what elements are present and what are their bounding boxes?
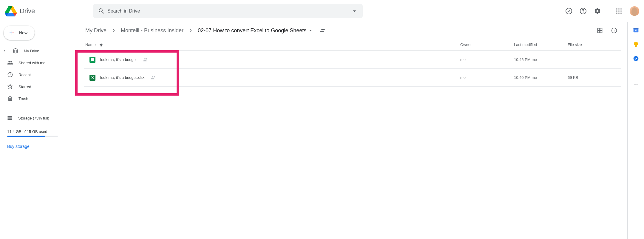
table-row[interactable]: look ma, it's a budget me 10:46 PM me — bbox=[84, 51, 621, 69]
sidebar-item-my-drive[interactable]: My Drive bbox=[0, 45, 78, 57]
storage-used-text: 11.4 GB of 15 GB used bbox=[7, 129, 71, 134]
svg-rect-15 bbox=[8, 119, 12, 120]
new-button-label: New bbox=[19, 30, 27, 35]
search-bar[interactable] bbox=[93, 4, 363, 18]
svg-point-3 bbox=[616, 8, 617, 10]
plus-icon bbox=[8, 29, 16, 36]
sidebar-item-storage[interactable]: Storage (75% full) bbox=[7, 112, 71, 124]
svg-point-2 bbox=[583, 12, 583, 13]
dropdown-icon bbox=[308, 27, 313, 33]
sidebar-item-starred[interactable]: Starred bbox=[0, 81, 78, 93]
svg-rect-13 bbox=[8, 116, 12, 117]
svg-point-8 bbox=[620, 10, 622, 12]
svg-rect-19 bbox=[600, 31, 602, 33]
svg-point-10 bbox=[618, 13, 620, 14]
drive-logo-icon bbox=[5, 5, 17, 17]
svg-rect-17 bbox=[600, 28, 602, 30]
share-folder-icon[interactable] bbox=[317, 24, 329, 36]
svg-rect-27 bbox=[92, 58, 93, 61]
excel-icon bbox=[89, 75, 95, 81]
chevron-right-icon bbox=[188, 27, 194, 33]
apps-grid-icon[interactable] bbox=[613, 5, 625, 17]
sidebar-item-recent[interactable]: Recent bbox=[0, 69, 78, 81]
ready-offline-icon[interactable] bbox=[563, 5, 575, 17]
trash-icon bbox=[7, 96, 13, 102]
svg-point-11 bbox=[620, 13, 622, 14]
column-modified[interactable]: Last modified bbox=[514, 42, 568, 47]
file-name: look ma, it's a budget bbox=[100, 57, 137, 62]
search-icon[interactable] bbox=[95, 5, 107, 17]
sidebar: New My Drive Shared with me Recent Starr… bbox=[0, 22, 78, 239]
svg-point-9 bbox=[616, 13, 617, 14]
new-button[interactable]: New bbox=[4, 26, 35, 40]
breadcrumb-my-drive[interactable]: My Drive bbox=[84, 26, 108, 35]
account-avatar[interactable] bbox=[630, 6, 639, 16]
svg-point-5 bbox=[620, 8, 622, 10]
drive-logo-area[interactable]: Drive bbox=[5, 5, 93, 17]
grid-view-icon[interactable] bbox=[594, 24, 606, 36]
header: Drive bbox=[0, 0, 644, 22]
add-addon-icon[interactable] bbox=[633, 82, 639, 88]
column-name[interactable]: Name bbox=[84, 42, 460, 47]
storage-bar bbox=[7, 136, 58, 137]
svg-point-0 bbox=[566, 8, 572, 14]
breadcrumb-folder-1[interactable]: Montelli - Business Insider bbox=[120, 26, 185, 35]
clock-icon bbox=[7, 72, 13, 78]
file-owner: me bbox=[460, 57, 514, 62]
file-modified: 10:46 PM me bbox=[514, 57, 568, 62]
sidebar-item-shared[interactable]: Shared with me bbox=[0, 57, 78, 69]
settings-icon[interactable] bbox=[592, 5, 603, 17]
sidebar-item-trash[interactable]: Trash bbox=[0, 93, 78, 105]
expand-icon[interactable] bbox=[2, 49, 7, 53]
file-name: look ma, it's a budget.xlsx bbox=[100, 75, 144, 80]
column-size[interactable]: File size bbox=[568, 42, 621, 47]
file-size: 69 KB bbox=[568, 75, 621, 80]
star-icon bbox=[7, 84, 13, 90]
search-input[interactable] bbox=[107, 8, 348, 14]
side-panel: 31 bbox=[627, 22, 644, 239]
svg-rect-14 bbox=[8, 117, 12, 118]
keep-icon[interactable] bbox=[633, 41, 639, 47]
help-icon[interactable] bbox=[577, 5, 589, 17]
svg-rect-32 bbox=[635, 46, 637, 47]
table-header: Name Owner Last modified File size bbox=[84, 39, 621, 51]
chevron-right-icon bbox=[111, 27, 117, 33]
sort-arrow-up-icon bbox=[99, 42, 104, 47]
table-row[interactable]: look ma, it's a budget.xlsx me 10:40 PM … bbox=[84, 69, 621, 87]
shared-icon bbox=[143, 57, 149, 62]
people-icon bbox=[7, 60, 13, 66]
breadcrumb-current[interactable]: 02-07 How to convert Excel to Google She… bbox=[197, 26, 315, 35]
svg-rect-18 bbox=[598, 31, 600, 33]
storage-icon bbox=[7, 115, 13, 121]
calendar-icon[interactable]: 31 bbox=[633, 27, 639, 33]
file-size: — bbox=[568, 57, 621, 62]
shared-icon bbox=[151, 75, 156, 80]
svg-rect-16 bbox=[598, 28, 600, 30]
search-options-icon[interactable] bbox=[348, 5, 360, 17]
svg-point-7 bbox=[618, 10, 620, 12]
file-owner: me bbox=[460, 75, 514, 80]
app-title: Drive bbox=[20, 7, 35, 15]
buy-storage-link[interactable]: Buy storage bbox=[7, 144, 71, 149]
sheets-icon bbox=[89, 57, 95, 63]
breadcrumb: My Drive Montelli - Business Insider 02-… bbox=[78, 24, 594, 36]
svg-point-4 bbox=[618, 8, 620, 10]
details-icon[interactable] bbox=[608, 24, 620, 36]
svg-point-6 bbox=[616, 10, 617, 12]
main-content: My Drive Montelli - Business Insider 02-… bbox=[78, 22, 627, 239]
drive-folder-icon bbox=[13, 48, 18, 54]
tasks-icon[interactable] bbox=[633, 56, 639, 62]
svg-text:31: 31 bbox=[634, 29, 637, 32]
file-modified: 10:40 PM me bbox=[514, 75, 568, 80]
column-owner[interactable]: Owner bbox=[460, 42, 514, 47]
header-actions bbox=[563, 5, 642, 17]
